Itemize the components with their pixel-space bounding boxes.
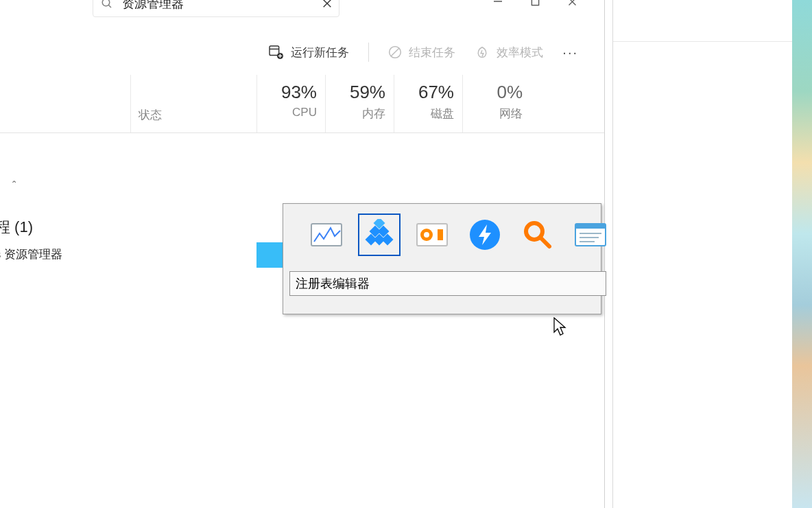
column-headers: ˆ 状态 93% CPU 59% 内存 67% 磁盘 0% 网络 xyxy=(0,75,604,133)
network-usage-percent: 0% xyxy=(462,82,531,103)
everything-search-icon[interactable] xyxy=(516,213,559,256)
disk-usage-percent: 67% xyxy=(394,82,462,103)
toolbar: 运行新任务 结束任务 效率模式 ··· xyxy=(0,38,604,67)
switcher-selected-label: 注册表编辑器 xyxy=(289,271,606,296)
state-column-header[interactable]: 状态 xyxy=(130,75,257,133)
registry-editor-icon[interactable] xyxy=(358,213,401,256)
table-row[interactable]: ows 资源管理器 xyxy=(0,246,62,262)
svg-rect-8 xyxy=(270,46,279,56)
disk-column-label: 磁盘 xyxy=(394,106,462,122)
network-column-label: 网络 xyxy=(462,106,531,122)
svg-line-1 xyxy=(108,5,111,8)
run-new-task-label: 运行新任务 xyxy=(291,45,349,60)
toolbar-divider xyxy=(368,43,369,62)
close-button[interactable] xyxy=(553,0,590,13)
memory-usage-percent: 59% xyxy=(325,82,394,103)
memory-column-header[interactable]: 59% 内存 xyxy=(325,75,394,133)
network-column-header[interactable]: 0% 网络 xyxy=(462,75,531,133)
titlebar xyxy=(0,0,604,19)
svg-line-29 xyxy=(540,238,549,246)
search-box[interactable] xyxy=(93,0,339,17)
cursor-icon xyxy=(553,317,567,336)
blue-bolt-icon[interactable] xyxy=(464,213,506,256)
name-column-header[interactable]: ˆ xyxy=(0,75,131,133)
sort-ascending-icon: ˆ xyxy=(12,180,16,192)
header-divider xyxy=(0,132,604,133)
run-new-task-button[interactable]: 运行新任务 xyxy=(269,45,349,60)
cpu-column-label: CPU xyxy=(256,106,325,119)
clear-search-icon[interactable] xyxy=(315,0,339,9)
switcher-row xyxy=(305,213,612,256)
performance-monitor-icon[interactable] xyxy=(305,213,348,256)
secondary-window xyxy=(612,0,805,508)
search-input[interactable] xyxy=(121,0,315,12)
svg-marker-35 xyxy=(554,318,565,335)
efficiency-mode-button: 效率模式 xyxy=(475,45,543,60)
toolbar-more-button[interactable]: ··· xyxy=(562,45,578,59)
notepad-window-icon[interactable] xyxy=(569,213,612,256)
cpu-column-header[interactable]: 93% CPU xyxy=(256,75,326,133)
screen-recorder-icon[interactable] xyxy=(411,213,453,256)
end-task-button: 结束任务 xyxy=(388,45,455,60)
svg-rect-25 xyxy=(438,229,443,240)
svg-point-24 xyxy=(424,232,429,238)
svg-rect-5 xyxy=(532,0,538,5)
svg-line-14 xyxy=(391,48,399,56)
maximize-button[interactable] xyxy=(516,0,553,13)
minimize-button[interactable] xyxy=(479,0,516,13)
search-icon xyxy=(93,0,121,10)
memory-column-label: 内存 xyxy=(325,106,394,122)
svg-rect-31 xyxy=(575,224,606,229)
task-switcher-popup: 注册表编辑器 xyxy=(283,203,601,314)
end-task-label: 结束任务 xyxy=(409,45,455,60)
efficiency-mode-label: 效率模式 xyxy=(497,45,543,60)
secondary-window-divider xyxy=(613,41,804,42)
disk-column-header[interactable]: 67% 磁盘 xyxy=(394,75,463,133)
table-row[interactable]: 进程 (1) xyxy=(0,217,33,238)
cpu-usage-percent: 93% xyxy=(256,82,325,103)
state-column-label: 状态 xyxy=(139,107,162,123)
wallpaper-strip xyxy=(792,0,812,508)
